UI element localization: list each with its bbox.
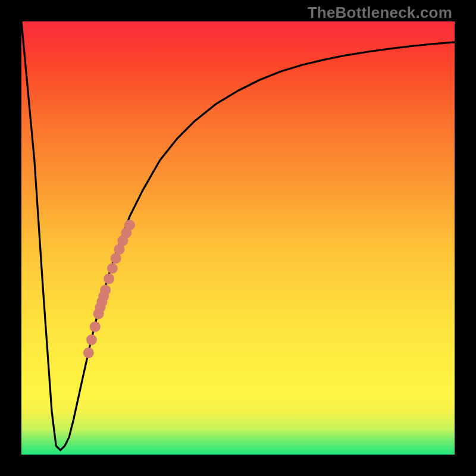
highlight-dot — [86, 334, 97, 345]
highlight-dot — [95, 302, 106, 313]
highlight-dot — [98, 291, 109, 302]
highlight-dot — [90, 321, 101, 332]
highlight-dots — [83, 220, 135, 358]
highlight-dot — [83, 347, 94, 358]
chart-frame: TheBottleneck.com — [0, 0, 476, 476]
highlight-dot — [107, 263, 118, 274]
highlight-dot — [124, 220, 135, 230]
watermark-text: TheBottleneck.com — [308, 4, 452, 22]
curve-svg — [21, 21, 455, 455]
bottleneck-curve — [21, 21, 455, 450]
plot-area — [21, 21, 455, 455]
highlight-dot — [104, 273, 114, 284]
highlight-dot — [111, 253, 121, 264]
